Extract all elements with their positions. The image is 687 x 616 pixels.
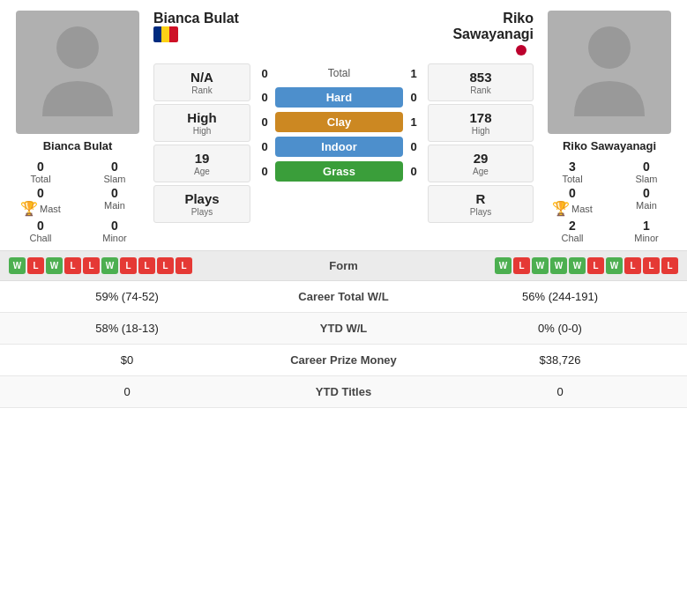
grass-label: Grass — [275, 161, 403, 182]
grass-left-count: 0 — [254, 165, 275, 178]
right-chall-value: 2 Chall — [539, 219, 606, 243]
right-high-val: 178 — [432, 110, 529, 126]
form-badge-l: L — [513, 257, 530, 274]
form-badge-l: L — [27, 257, 44, 274]
left-main-value: 0 Main — [81, 186, 148, 217]
main-container: Bianca Bulat 0 Total 0 Slam 0 🏆 Mast — [0, 0, 687, 408]
left-rank-val: N/A — [158, 70, 246, 85]
left-trophy-icon: 🏆 — [20, 200, 38, 217]
right-player-name: Riko Sawayanagi — [563, 139, 656, 152]
total-surface-row: 0 Total 1 — [254, 63, 424, 83]
left-rank-box: N/A Rank — [153, 63, 250, 101]
left-player-title: Bianca Bulat — [153, 11, 239, 26]
left-form-badges: WLWLLWLLLL — [9, 257, 238, 274]
right-slam-value: 0 Slam — [613, 160, 680, 184]
right-trophy-icon: 🏆 — [552, 200, 570, 217]
right-minor-value: 1 Minor — [613, 219, 680, 243]
left-player-header: Bianca Bulat — [153, 11, 239, 45]
right-age-val: 29 — [432, 151, 529, 167]
center-area: Bianca Bulat RikoSawayanagi N — [153, 11, 534, 243]
right-form-badges: WLWWWLWLLL — [449, 257, 678, 274]
right-flag — [509, 42, 534, 58]
right-player-title: RikoSawayanagi — [452, 11, 534, 42]
right-player-stats: 3 Total 0 Slam 0 🏆 Mast 0 Main — [539, 160, 680, 243]
right-plays-box: R Plays — [428, 185, 534, 223]
right-player-avatar — [548, 11, 671, 134]
stats-center-2: Career Prize Money — [242, 353, 445, 367]
surfaces-and-stats: N/A Rank High High 19 Age Plays Plays — [153, 63, 534, 223]
stats-right-2: $38,726 — [445, 353, 675, 367]
left-plays-val: Plays — [158, 191, 246, 207]
right-mast-trophy: 0 🏆 Mast — [539, 186, 606, 217]
form-badge-w: W — [550, 257, 567, 274]
hard-surface-row: 0 Hard 0 — [254, 87, 424, 108]
form-badge-l: L — [175, 257, 192, 274]
form-badge-w: W — [569, 257, 586, 274]
clay-right-count: 1 — [403, 115, 424, 129]
left-player-card: Bianca Bulat 0 Total 0 Slam 0 🏆 Mast — [7, 11, 148, 243]
total-left-count: 0 — [254, 67, 275, 80]
stats-center-3: YTD Titles — [242, 385, 445, 398]
left-player-stats: 0 Total 0 Slam 0 🏆 Mast 0 Main — [7, 160, 148, 243]
indoor-left-count: 0 — [254, 140, 275, 153]
left-stat-boxes: N/A Rank High High 19 Age Plays Plays — [153, 63, 250, 223]
stats-left-1: 58% (18-13) — [12, 322, 242, 335]
indoor-label: Indoor — [275, 137, 403, 157]
form-badge-w: W — [46, 257, 63, 274]
svg-point-1 — [588, 26, 631, 69]
left-age-box: 19 Age — [153, 145, 250, 182]
bottom-section: WLWLLWLLLL Form WLWWWLWLLL 59% (74-52) C… — [0, 250, 687, 408]
stats-left-3: 0 — [12, 385, 242, 398]
clay-label: Clay — [275, 112, 403, 132]
form-row: WLWLLWLLLL Form WLWWWLWLLL — [0, 251, 687, 281]
form-label: Form — [238, 259, 449, 272]
grass-right-count: 0 — [403, 165, 424, 178]
svg-point-0 — [56, 26, 99, 69]
hard-left-count: 0 — [254, 91, 275, 104]
left-slam-value: 0 Slam — [81, 160, 148, 184]
form-badge-w: W — [101, 257, 118, 274]
stats-right-0: 56% (244-191) — [445, 290, 675, 303]
form-badge-l: L — [138, 257, 155, 274]
form-badge-w: W — [606, 257, 623, 274]
hard-label: Hard — [275, 87, 403, 108]
form-badge-l: L — [624, 257, 641, 274]
stats-center-1: YTD W/L — [242, 322, 445, 335]
stats-left-0: 59% (74-52) — [12, 290, 242, 303]
hard-right-count: 0 — [403, 91, 424, 104]
stats-right-3: 0 — [445, 385, 675, 398]
form-badge-l: L — [157, 257, 174, 274]
right-stat-boxes: 853 Rank 178 High 29 Age R Plays — [428, 63, 534, 223]
right-rank-box: 853 Rank — [428, 63, 534, 101]
left-mast-trophy: 0 🏆 Mast — [7, 186, 74, 217]
form-badge-w: W — [532, 257, 549, 274]
right-total-value: 3 Total — [539, 160, 606, 184]
right-player-card: Riko Sawayanagi 3 Total 0 Slam 0 🏆 Mast — [539, 11, 680, 243]
right-high-box: 178 High — [428, 104, 534, 142]
surfaces-column: 0 Total 1 0 Hard 0 0 Clay 1 — [254, 63, 424, 223]
right-main-value: 0 Main — [613, 186, 680, 217]
total-label: Total — [275, 63, 403, 83]
left-high-val: High — [158, 110, 246, 126]
form-badge-l: L — [64, 257, 81, 274]
grass-surface-row: 0 Grass 0 — [254, 161, 424, 182]
left-flag — [153, 26, 178, 42]
left-player-avatar — [16, 11, 139, 134]
right-plays-val: R — [432, 191, 529, 207]
indoor-right-count: 0 — [403, 140, 424, 153]
left-total-value: 0 Total — [7, 160, 74, 184]
stats-row-3: 0 YTD Titles 0 — [0, 376, 687, 408]
form-badge-w: W — [9, 257, 26, 274]
clay-surface-row: 0 Clay 1 — [254, 112, 424, 132]
left-minor-value: 0 Minor — [81, 219, 148, 243]
stats-row-0: 59% (74-52) Career Total W/L 56% (244-19… — [0, 281, 687, 313]
form-badge-w: W — [495, 257, 512, 274]
right-age-box: 29 Age — [428, 145, 534, 182]
right-player-header: RikoSawayanagi — [452, 11, 534, 58]
clay-left-count: 0 — [254, 115, 275, 129]
form-badge-l: L — [83, 257, 100, 274]
left-player-name: Bianca Bulat — [43, 139, 113, 152]
right-rank-val: 853 — [432, 70, 529, 85]
left-high-box: High High — [153, 104, 250, 142]
career-stats-table: 59% (74-52) Career Total W/L 56% (244-19… — [0, 281, 687, 408]
